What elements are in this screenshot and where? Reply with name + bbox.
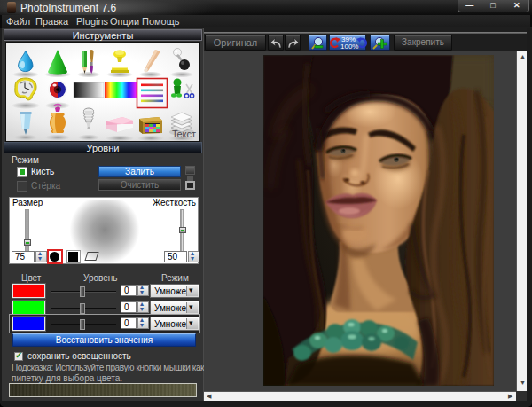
svg-text:Teкcт: Teкcт	[172, 129, 196, 139]
